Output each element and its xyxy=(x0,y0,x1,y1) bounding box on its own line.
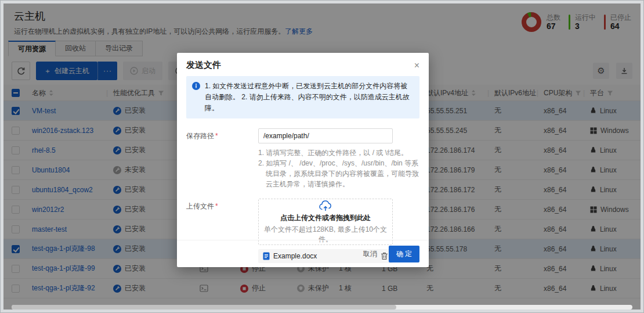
dropzone-title: 点击上传文件或者拖拽到此处 xyxy=(280,213,371,223)
vm-list-page: 云主机 运行在物理机上的虚拟机实例，具有独立的IP地址，可以访问公共网络，运行应… xyxy=(0,0,644,313)
scrollbar-thumb[interactable] xyxy=(12,305,396,310)
horizontal-scrollbar[interactable] xyxy=(12,305,632,310)
save-path-input[interactable] xyxy=(258,128,393,143)
required-asterisk: * xyxy=(215,132,218,140)
dialog-footer: 取消 确 定 xyxy=(177,240,429,267)
dialog-title: 发送文件 xyxy=(186,60,221,71)
save-path-help: 1. 请填写完整、正确的文件路径，以 / 或 \结尾。 2. 如填写 /、 /d… xyxy=(258,147,422,189)
info-alert: 1. 如文件发送过程意外中断，已发送到云主机的部分文件内容将被自动删除。 2. … xyxy=(186,76,419,118)
required-asterisk: * xyxy=(215,202,218,210)
cloud-upload-icon xyxy=(319,200,332,211)
upload-dropzone[interactable]: 点击上传文件或者拖拽到此处 单个文件不超过128KB, 最多上传10个文件。 xyxy=(258,199,393,245)
confirm-button[interactable]: 确 定 xyxy=(389,246,419,262)
save-path-label: 保存路径* xyxy=(186,128,258,189)
dialog-header: 发送文件 × xyxy=(177,53,429,76)
info-alert-text: 1. 如文件发送过程意外中断，已发送到云主机的部分文件内容将被自动删除。 2. … xyxy=(205,81,414,114)
save-path-row: 保存路径* 1. 请填写完整、正确的文件路径，以 / 或 \结尾。 2. 如填写… xyxy=(186,128,419,189)
close-icon[interactable]: × xyxy=(414,61,419,70)
info-icon xyxy=(192,82,200,90)
cancel-button[interactable]: 取消 xyxy=(363,249,377,259)
send-file-dialog: 发送文件 × 1. 如文件发送过程意外中断，已发送到云主机的部分文件内容将被自动… xyxy=(177,53,429,267)
